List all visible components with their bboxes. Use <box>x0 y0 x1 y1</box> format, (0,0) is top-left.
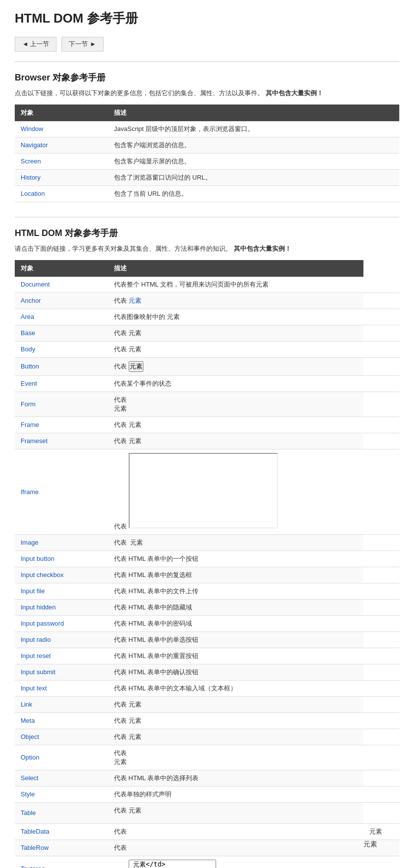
htmldom-row-name: Event <box>15 375 108 392</box>
table-row: Input hidden 代表 HTML 表单中的隐藏域 <box>15 599 399 615</box>
htmldom-row-link[interactable]: Input checkbox <box>21 571 63 579</box>
table-row: Anchor 代表 元素 <box>15 292 399 309</box>
browser-row-name: Window <box>15 121 108 137</box>
browser-row-name: Navigator <box>15 137 108 153</box>
browser-col-object: 对象 <box>15 105 108 121</box>
htmldom-row-name: Input text <box>15 680 108 696</box>
browser-row-link[interactable]: Window <box>21 125 43 132</box>
next-button[interactable]: 下一节 ► <box>61 37 103 52</box>
table-row: Textarea 代表 元素</td> <box>15 856 399 868</box>
htmldom-row-desc: 代表 HTML 表单中的重置按钮 <box>108 648 363 664</box>
htmldom-row-link[interactable]: Input button <box>21 555 55 562</box>
htmldom-row-link[interactable]: Input password <box>21 620 64 627</box>
htmldom-row-desc: 代表 HTML 表单中的文本输入域（文本框） <box>108 680 363 696</box>
htmldom-row-link[interactable]: Base <box>21 329 35 337</box>
prev-button[interactable]: ◄ 上一节 <box>15 37 56 52</box>
htmldom-row-desc: 代表 <box>108 840 363 856</box>
htmldom-row-link[interactable]: Area <box>21 313 34 320</box>
htmldom-row-link[interactable]: Style <box>21 790 35 798</box>
table-row: Location 包含了当前 URL 的信息。 <box>15 185 399 202</box>
table-row: Select 代表 HTML 表单中的选择列表 <box>15 770 399 786</box>
htmldom-row-name: Image <box>15 534 108 551</box>
htmldom-row-link[interactable]: Image <box>21 539 38 546</box>
htmldom-row-link[interactable]: Event <box>21 380 37 387</box>
htmldom-row-name: Form <box>15 392 108 417</box>
table-row: History 包含了浏览器窗口访问过的 URL。 <box>15 169 399 185</box>
browser-table: 对象 描述 Window JavaScript 层级中的顶层对象，表示浏览器窗口… <box>15 105 399 202</box>
htmldom-row-name: Option <box>15 745 108 770</box>
browser-row-desc: JavaScript 层级中的顶层对象，表示浏览器窗口。 <box>108 121 399 137</box>
htmldom-row-link[interactable]: Frame <box>21 421 39 428</box>
browser-row-link[interactable]: Screen <box>21 158 41 165</box>
htmldom-row-link[interactable]: Frameset <box>21 437 48 445</box>
table-row: Link 代表 元素 <box>15 696 399 712</box>
table-row: Screen 包含客户端显示屏的信息。 <box>15 153 399 169</box>
divider-top <box>15 61 399 62</box>
htmldom-row-desc: 代表 HTML 表单中的复选框 <box>108 567 363 583</box>
htmldom-row-name: Base <box>15 325 108 341</box>
htmldom-row-link[interactable]: TableData <box>21 828 50 835</box>
browser-row-name: History <box>15 169 108 185</box>
htmldom-row-desc: 代表某个事件的状态 <box>108 375 363 392</box>
table-row: Base 代表 元素 <box>15 325 399 341</box>
browser-row-link[interactable]: Navigator <box>21 141 48 149</box>
htmldom-row-name: Textarea <box>15 856 108 868</box>
htmldom-row-link[interactable]: Document <box>21 281 50 288</box>
table-row: TableData 代表 元素 <box>15 823 399 840</box>
browser-row-name: Location <box>15 185 108 202</box>
htmldom-row-link[interactable]: Object <box>21 733 39 740</box>
htmldom-row-link[interactable]: Option <box>21 754 39 761</box>
htmldom-row-name: Document <box>15 277 108 293</box>
table-row: Object 代表 元素 <box>15 729 399 745</box>
htmldom-row-link[interactable]: Form <box>21 400 35 408</box>
htmldom-row-desc: 代表 元素 <box>108 357 363 375</box>
htmldom-row-desc: 代表 <box>108 823 363 840</box>
browser-section: Browser 对象参考手册 点击以下链接，可以获得以下对象的更多信息，包括它们… <box>15 72 399 202</box>
htmldom-row-name: Meta <box>15 712 108 729</box>
browser-row-desc: 包含客户端显示屏的信息。 <box>108 153 399 169</box>
htmldom-row-desc: 代表 元素 <box>108 392 363 417</box>
table-row: Input text 代表 HTML 表单中的文本输入域（文本框） <box>15 680 399 696</box>
htmldom-row-link[interactable]: Anchor <box>21 297 41 304</box>
browser-row-link[interactable]: Location <box>21 190 45 197</box>
htmldom-row-link[interactable]: Input hidden <box>21 604 56 611</box>
table-row: Iframe 代表 元素</td> <box>15 449 399 534</box>
htmldom-row-name: Input button <box>15 551 108 567</box>
htmldom-row-link[interactable]: Input text <box>21 684 47 692</box>
htmldom-row-desc: 代表 HTML 表单中的文件上传 <box>108 583 363 599</box>
table-row: Frame 代表 元素 <box>15 417 399 433</box>
table-row: Option 代表 元素 <box>15 745 399 770</box>
table-row: Input radio 代表 HTML 表单中的单选按钮 <box>15 631 399 648</box>
htmldom-row-desc: 代表 元素</td> <box>108 449 363 534</box>
htmldom-row-desc: 代表 HTML 表单中的一个按钮 <box>108 551 363 567</box>
htmldom-row-link[interactable]: Link <box>21 701 32 708</box>
table-row: Input reset 代表 HTML 表单中的重置按钮 <box>15 648 399 664</box>
htmldom-row-link[interactable]: Table <box>21 809 36 816</box>
htmldom-table: 对象 描述 Document 代表整个 HTML 文档，可被用来访问页面中的所有… <box>15 260 399 868</box>
browser-col-desc: 描述 <box>108 105 399 121</box>
htmldom-row-link[interactable]: Body <box>21 345 35 353</box>
browser-desc-text: 点击以下链接，可以获得以下对象的更多信息，包括它们的集合、属性、方法以及事件。 <box>15 89 264 97</box>
htmldom-row-name: Input file <box>15 583 108 599</box>
htmldom-row-desc: 代表 元素 <box>108 745 363 770</box>
htmldom-table-header: 对象 描述 <box>15 260 399 277</box>
htmldom-row-link[interactable]: Input file <box>21 587 45 595</box>
htmldom-row-desc: 代表 元素 <box>108 802 363 823</box>
htmldom-row-link[interactable]: Meta <box>21 717 35 724</box>
browser-row-desc: 包含了当前 URL 的信息。 <box>108 185 399 202</box>
htmldom-row-desc: 代表 元素 <box>108 417 363 433</box>
table-row: Frameset 代表 元素 <box>15 433 399 449</box>
browser-row-link[interactable]: History <box>21 174 40 181</box>
htmldom-row-link[interactable]: Textarea <box>21 865 45 868</box>
htmldom-row-link[interactable]: Input submit <box>21 668 55 676</box>
htmldom-row-link[interactable]: Input radio <box>21 636 51 643</box>
htmldom-row-name: Input checkbox <box>15 567 108 583</box>
htmldom-row-link[interactable]: Input reset <box>21 652 51 659</box>
table-row: Navigator 包含客户端浏览器的信息。 <box>15 137 399 153</box>
htmldom-row-link[interactable]: Select <box>21 774 38 782</box>
htmldom-row-link[interactable]: Button <box>21 363 39 370</box>
table-row: Input button 代表 HTML 表单中的一个按钮 <box>15 551 399 567</box>
htmldom-row-link[interactable]: TableRow <box>21 844 49 851</box>
htmldom-row-link[interactable]: Iframe <box>21 488 39 496</box>
table-row: Button 代表 元素 <box>15 357 399 375</box>
